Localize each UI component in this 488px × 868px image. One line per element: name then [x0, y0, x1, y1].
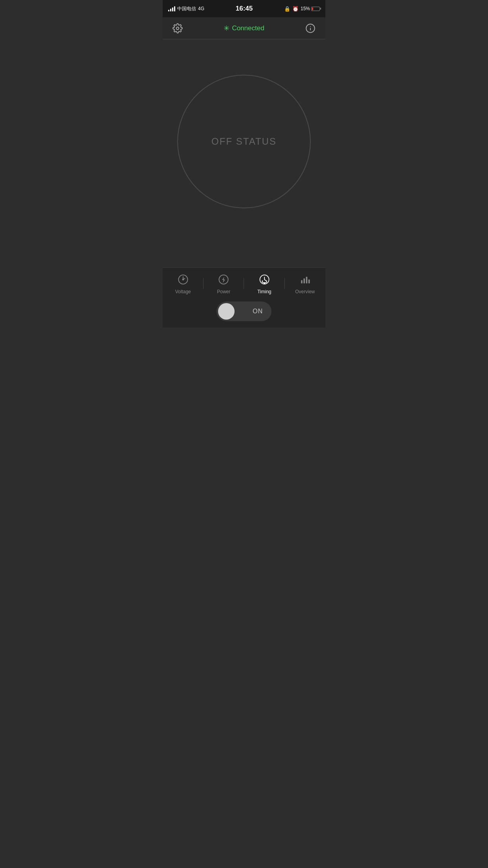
status-right: 🔒 ⏰ 15%	[284, 6, 320, 12]
timing-label: Timing	[257, 289, 272, 294]
svg-point-7	[182, 279, 183, 280]
carrier-name: 中国电信	[177, 6, 196, 12]
tab-power[interactable]: Power	[204, 272, 244, 294]
voltage-label: Voltage	[175, 289, 191, 294]
header: ✳ Connected	[163, 17, 325, 39]
svg-point-11	[264, 283, 265, 284]
main-content: OFF STATUS	[163, 39, 325, 244]
svg-rect-15	[308, 280, 310, 283]
bluetooth-icon: ✳	[224, 24, 229, 33]
battery-icon	[311, 7, 320, 11]
power-label: Power	[217, 289, 230, 294]
voltage-icon	[176, 272, 190, 287]
tab-items: Voltage Power T	[163, 272, 325, 294]
svg-rect-14	[306, 277, 308, 283]
lock-icon: 🔒	[284, 6, 290, 12]
svg-point-0	[176, 27, 179, 29]
power-icon	[216, 272, 231, 287]
status-time: 16:45	[236, 5, 253, 13]
status-bar: 中国电信 4G 16:45 🔒 ⏰ 15%	[163, 0, 325, 17]
off-status-text: OFF STATUS	[211, 136, 277, 147]
tab-bar: Voltage Power T	[163, 267, 325, 298]
connection-status: ✳ Connected	[224, 24, 264, 33]
toggle-label: ON	[253, 308, 263, 315]
network-type: 4G	[198, 6, 204, 11]
tab-overview[interactable]: Overview	[285, 272, 326, 294]
status-circle[interactable]: OFF STATUS	[177, 75, 311, 208]
signal-icon	[168, 6, 175, 11]
overview-icon	[298, 272, 312, 287]
tab-timing[interactable]: Timing	[244, 272, 285, 294]
timing-icon	[257, 272, 272, 287]
overview-label: Overview	[295, 289, 315, 294]
status-left: 中国电信 4G	[168, 6, 204, 12]
battery-fill	[312, 7, 313, 10]
connection-label: Connected	[232, 24, 264, 32]
spacer	[163, 244, 325, 267]
alarm-icon: ⏰	[292, 6, 299, 12]
on-toggle[interactable]: ON	[216, 302, 272, 321]
svg-rect-13	[304, 278, 305, 283]
settings-button[interactable]	[171, 21, 185, 35]
battery-percent: 15%	[301, 6, 310, 11]
toggle-knob	[218, 303, 235, 320]
info-button[interactable]	[303, 21, 317, 35]
tab-voltage[interactable]: Voltage	[163, 272, 204, 294]
svg-rect-12	[301, 280, 303, 283]
svg-marker-9	[222, 277, 225, 283]
battery-container: 15%	[301, 6, 320, 11]
toggle-section: ON	[163, 298, 325, 327]
